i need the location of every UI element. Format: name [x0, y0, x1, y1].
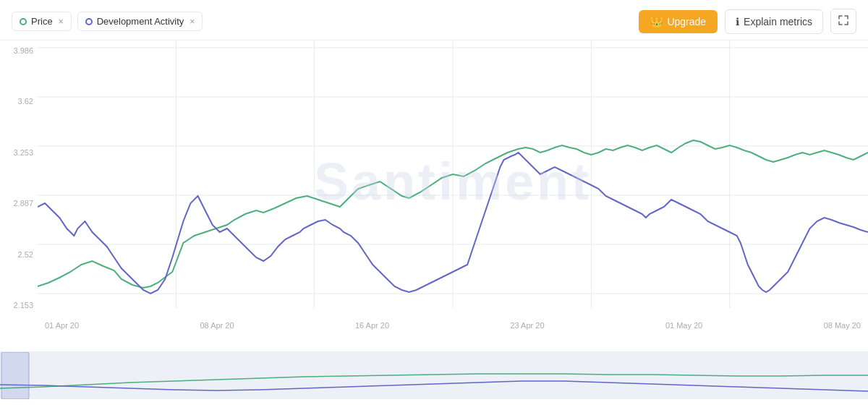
y-label-3: 2.887 [0, 199, 38, 208]
dev-activity-close-icon[interactable]: × [190, 17, 195, 27]
x-label-5: 08 May 20 [824, 321, 861, 330]
main-chart-svg [38, 40, 868, 323]
explain-label: Explain metrics [744, 16, 812, 27]
price-dot [20, 18, 27, 25]
mini-chart[interactable] [0, 351, 868, 398]
fullscreen-icon [838, 15, 848, 27]
y-label-4: 2.52 [0, 250, 38, 259]
legend-items: Price × Development Activity × [12, 12, 203, 31]
legend-price[interactable]: Price × [12, 12, 72, 31]
header-actions: 👑 Upgrade ℹ Explain metrics [639, 9, 856, 34]
explain-metrics-button[interactable]: ℹ Explain metrics [725, 9, 823, 34]
y-label-1: 3.62 [0, 97, 38, 106]
x-label-3: 23 Apr 20 [510, 321, 544, 330]
price-label: Price [31, 16, 53, 27]
price-close-icon[interactable]: × [59, 17, 64, 27]
mini-chart-svg [0, 352, 868, 399]
crown-icon: 👑 [650, 16, 663, 27]
y-axis: 3.986 3.62 3.253 2.887 2.52 2.153 [0, 40, 38, 315]
main-chart: 3.986 3.62 3.253 2.887 2.52 2.153 Santim… [0, 40, 868, 351]
chart-area: 3.986 3.62 3.253 2.887 2.52 2.153 Santim… [0, 40, 868, 410]
x-label-1: 08 Apr 20 [200, 321, 234, 330]
svg-rect-12 [1, 352, 29, 399]
x-axis: 01 Apr 20 08 Apr 20 16 Apr 20 23 Apr 20 … [38, 321, 868, 330]
x-label-0: 01 Apr 20 [45, 321, 79, 330]
chart-header: Price × Development Activity × 👑 Upgrade… [0, 0, 868, 40]
y-label-5: 2.153 [0, 301, 38, 309]
chart-container: Price × Development Activity × 👑 Upgrade… [0, 0, 868, 410]
upgrade-label: Upgrade [667, 16, 706, 27]
fullscreen-button[interactable] [830, 9, 856, 34]
dev-activity-dot [85, 18, 93, 25]
y-label-2: 3.253 [0, 148, 38, 157]
legend-dev-activity[interactable]: Development Activity × [77, 12, 203, 31]
x-label-4: 01 May 20 [665, 321, 702, 330]
dev-activity-label: Development Activity [97, 16, 184, 27]
x-label-2: 16 Apr 20 [355, 321, 389, 330]
chart-svg-wrapper: Santiment [38, 40, 868, 323]
y-label-0: 3.986 [0, 46, 38, 55]
info-icon: ℹ [736, 16, 739, 27]
upgrade-button[interactable]: 👑 Upgrade [639, 10, 718, 33]
